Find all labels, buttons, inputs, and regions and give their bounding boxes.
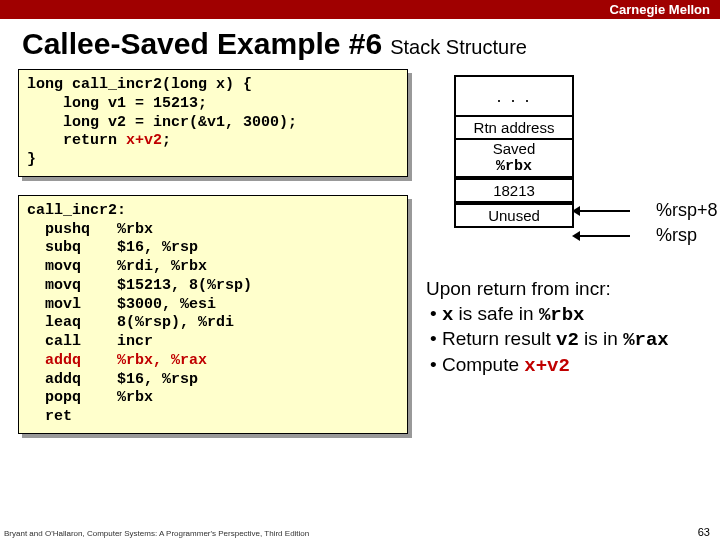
asm-line: movl $3000, %esi — [27, 296, 216, 313]
c-code-box: long call_incr2(long x) { long v1 = 1521… — [18, 69, 408, 177]
note-text: Compute — [442, 354, 524, 375]
note-expr: x+v2 — [524, 355, 570, 377]
asm-line: ret — [27, 408, 72, 425]
content: long call_incr2(long x) { long v1 = 1521… — [0, 65, 720, 452]
note-var: x — [442, 304, 453, 326]
arrow-rsp8 — [578, 210, 630, 212]
notes-heading: Upon return from incr: — [426, 277, 702, 302]
dots: . . . — [496, 86, 531, 107]
asm-line: movq $15213, 8(%rsp) — [27, 277, 252, 294]
page-subtitle: Stack Structure — [390, 36, 527, 59]
c-line: long v2 = incr(&v1, 3000); — [27, 114, 297, 131]
note-item: Compute x+v2 — [430, 353, 702, 379]
note-var: v2 — [556, 329, 579, 351]
brand: Carnegie Mellon — [610, 2, 710, 17]
asm-line-red: addq %rbx, — [27, 352, 171, 369]
page-title: Callee-Saved Example #6 — [22, 27, 382, 61]
asm-line: leaq 8(%rsp), %rdi — [27, 314, 234, 331]
note-item: x is safe in %rbx — [430, 302, 702, 328]
asm-reg: %rax — [171, 352, 207, 369]
c-line: long v1 = 15213; — [27, 95, 207, 112]
label-rsp: %rsp — [656, 225, 697, 246]
saved-label: Saved — [493, 140, 536, 157]
label-rsp8: %rsp+8 — [656, 200, 718, 221]
note-text: is in — [579, 328, 623, 349]
asm-code-box: call_incr2: pushq %rbx subq $16, %rsp mo… — [18, 195, 408, 434]
c-line: ; — [162, 132, 171, 149]
stack-cells: . . . Rtn address Saved %rbx 18213 Unuse… — [454, 75, 574, 228]
header-bar: Carnegie Mellon — [0, 0, 720, 19]
asm-line: call incr — [27, 333, 153, 350]
asm-line: subq $16, %rsp — [27, 239, 198, 256]
page-number: 63 — [698, 526, 710, 538]
note-reg: %rax — [623, 329, 669, 351]
footer-credit: Bryant and O'Hallaron, Computer Systems:… — [4, 529, 309, 538]
c-expr: x+v2 — [126, 132, 162, 149]
title-row: Callee-Saved Example #6 Stack Structure — [0, 19, 720, 65]
notes: Upon return from incr: x is safe in %rbx… — [426, 277, 702, 379]
stack-cell-v1: 18213 — [454, 178, 574, 203]
note-text: Return result — [442, 328, 556, 349]
notes-list: x is safe in %rbx Return result v2 is in… — [426, 302, 702, 379]
left-column: long call_incr2(long x) { long v1 = 1521… — [18, 69, 408, 452]
asm-line: call_incr2: — [27, 202, 126, 219]
stack-cell-rtn: Rtn address — [454, 115, 574, 140]
asm-line: addq $16, %rsp — [27, 371, 198, 388]
c-line: } — [27, 151, 36, 168]
note-item: Return result v2 is in %rax — [430, 327, 702, 353]
right-column: . . . Rtn address Saved %rbx 18213 Unuse… — [426, 69, 702, 452]
note-reg: %rbx — [539, 304, 585, 326]
asm-line: popq %rbx — [27, 389, 153, 406]
asm-line: movq %rdi, %rbx — [27, 258, 207, 275]
stack-cell-unused: Unused — [454, 203, 574, 228]
stack-cell-dots: . . . — [454, 75, 574, 115]
saved-reg: %rbx — [496, 158, 532, 175]
asm-line: pushq %rbx — [27, 221, 153, 238]
c-line: long call_incr2(long x) { — [27, 76, 252, 93]
stack-diagram: . . . Rtn address Saved %rbx 18213 Unuse… — [426, 75, 702, 265]
c-line: return — [27, 132, 126, 149]
arrow-rsp — [578, 235, 630, 237]
stack-cell-saved: Saved %rbx — [454, 140, 574, 178]
note-text: is safe in — [453, 303, 539, 324]
